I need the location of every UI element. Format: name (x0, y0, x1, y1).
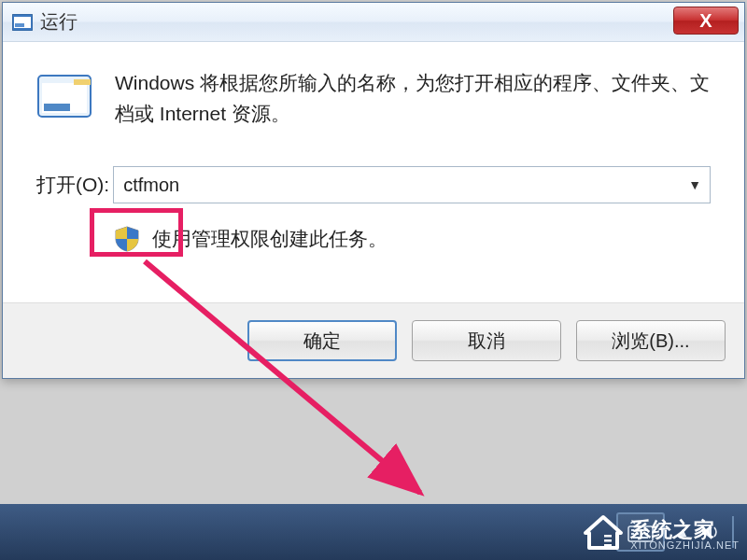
svg-rect-20 (604, 535, 612, 538)
open-combobox[interactable]: ▼ (113, 166, 711, 203)
description-row: Windows 将根据您所输入的名称，为您打开相应的程序、文件夹、文档或 Int… (36, 68, 711, 129)
svg-rect-2 (15, 23, 24, 27)
svg-rect-22 (604, 544, 612, 547)
admin-text: 使用管理权限创建此任务。 (152, 226, 388, 252)
house-icon (582, 514, 625, 556)
window-title: 运行 (40, 9, 78, 35)
cancel-button[interactable]: 取消 (412, 320, 561, 361)
open-input[interactable] (113, 166, 711, 203)
run-icon (12, 14, 33, 31)
run-dialog: 运行 X Windows 将根据您所输入的名称，为您打开相应的程序、文件夹、文档… (2, 2, 745, 379)
shield-icon (115, 226, 139, 252)
watermark-brand: 系统之家 (630, 520, 740, 540)
open-label: 打开(O): (36, 172, 109, 198)
open-row: 打开(O): ▼ (36, 166, 711, 203)
taskbar: ▲ 系统之家 XITONGZHIJIA.NET (0, 504, 747, 560)
admin-row: 使用管理权限创建此任务。 (115, 226, 711, 252)
titlebar[interactable]: 运行 X (3, 3, 744, 42)
description-text: Windows 将根据您所输入的名称，为您打开相应的程序、文件夹、文档或 Int… (115, 68, 711, 129)
ok-button[interactable]: 确定 (247, 320, 397, 361)
close-button[interactable]: X (673, 7, 739, 35)
browse-button[interactable]: 浏览(B)... (576, 320, 726, 361)
svg-marker-6 (74, 79, 91, 85)
button-area: 确定 取消 浏览(B)... (3, 302, 744, 378)
dialog-body: Windows 将根据您所输入的名称，为您打开相应的程序、文件夹、文档或 Int… (3, 42, 744, 302)
svg-rect-5 (44, 104, 70, 111)
svg-rect-21 (604, 539, 612, 542)
run-icon-large (36, 72, 92, 124)
watermark: 系统之家 XITONGZHIJIA.NET (582, 514, 740, 556)
watermark-url: XITONGZHIJIA.NET (630, 540, 740, 551)
close-icon: X (699, 10, 712, 32)
